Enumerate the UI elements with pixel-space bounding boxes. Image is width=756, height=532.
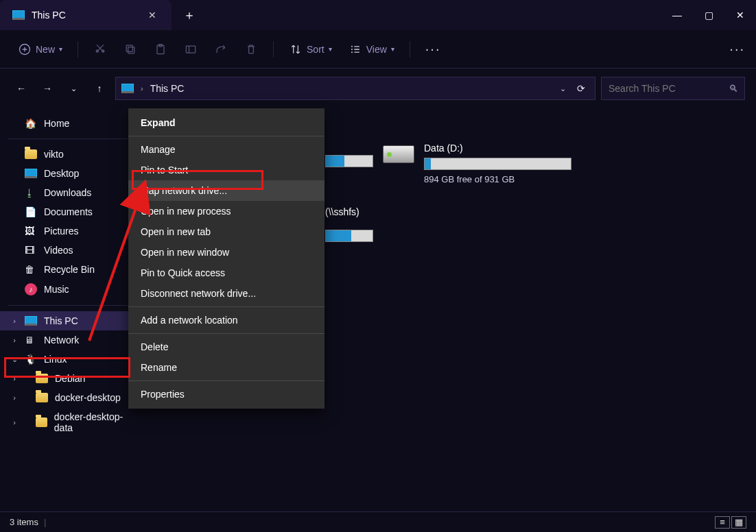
tiles-view-button[interactable]: ▦ xyxy=(731,516,746,529)
pc-icon xyxy=(121,84,134,93)
music-icon: ♪ xyxy=(25,283,37,295)
maximize-button[interactable]: ▢ xyxy=(693,0,724,30)
ctx-open-new-process[interactable]: Open in new process xyxy=(128,201,324,221)
close-window-button[interactable]: ✕ xyxy=(724,0,756,30)
sidebar-item-recycle[interactable]: 🗑 Recycle Bin xyxy=(0,260,143,279)
sidebar-item-vikto[interactable]: vikto xyxy=(0,145,143,164)
view-label: View xyxy=(366,44,387,55)
chevron-right-icon[interactable]: › xyxy=(10,418,19,426)
sort-icon xyxy=(289,43,303,56)
pc-icon xyxy=(25,316,37,326)
pictures-icon: 🖼 xyxy=(25,226,37,237)
copy-button[interactable] xyxy=(117,38,144,60)
ctx-open-new-window[interactable]: Open in new window xyxy=(128,242,324,263)
sidebar: 🏠 Home vikto Desktop ⭳ Downloads 📄 Docum… xyxy=(0,108,143,511)
address-bar[interactable]: › This PC ⌄ ⟳ xyxy=(115,77,595,100)
paste-button[interactable] xyxy=(147,38,174,60)
item-count: 3 items xyxy=(10,517,38,527)
capacity-bar xyxy=(325,230,373,242)
ctx-add-network-location[interactable]: Add a network location xyxy=(128,310,324,330)
tab-close-button[interactable]: ✕ xyxy=(143,7,162,23)
new-button[interactable]: New ▾ xyxy=(11,38,69,60)
svg-rect-1 xyxy=(128,47,134,53)
separator xyxy=(128,306,324,307)
separator: | xyxy=(44,517,46,527)
chevron-right-icon[interactable]: › xyxy=(10,336,19,344)
download-icon: ⭳ xyxy=(25,187,37,198)
sort-button[interactable]: Sort ▾ xyxy=(282,38,339,60)
up-button[interactable]: ↑ xyxy=(89,78,110,99)
folder-icon xyxy=(25,149,37,159)
new-tab-button[interactable]: ＋ xyxy=(174,0,204,30)
refresh-button[interactable]: ⟳ xyxy=(573,83,589,94)
capacity-used xyxy=(326,230,351,241)
toolbar: New ▾ Sort ▾ View ▾ ··· ··· xyxy=(0,30,756,69)
sidebar-item-docker-desktop-data[interactable]: › docker-desktop-data xyxy=(0,407,143,437)
ctx-disconnect-drive[interactable]: Disconnect network drive... xyxy=(128,283,324,304)
more-button-right[interactable]: ··· xyxy=(729,41,745,57)
search-icon: 🔍︎ xyxy=(729,83,738,94)
sidebar-item-label: Downloads xyxy=(44,187,91,198)
capacity-bar xyxy=(424,158,571,170)
navigation-row: ← → ⌄ ↑ › This PC ⌄ ⟳ 🔍︎ xyxy=(0,69,756,108)
folder-icon xyxy=(36,393,48,402)
home-icon: 🏠 xyxy=(25,118,37,129)
drive-d[interactable]: Data (D:) 894 GB free of 931 GB xyxy=(383,143,571,184)
cut-button[interactable] xyxy=(86,38,114,60)
drive-c-partial[interactable] xyxy=(325,155,373,167)
view-button[interactable]: View ▾ xyxy=(342,38,401,60)
ctx-properties[interactable]: Properties xyxy=(128,384,324,404)
videos-icon: 🎞 xyxy=(25,245,37,256)
separator xyxy=(78,41,78,58)
ctx-expand[interactable]: Expand xyxy=(128,112,324,133)
details-view-button[interactable]: ≡ xyxy=(715,516,730,529)
sidebar-item-network[interactable]: › 🖥 Network xyxy=(0,330,143,350)
sidebar-item-home[interactable]: 🏠 Home xyxy=(0,114,143,133)
sidebar-item-label: docker-desktop xyxy=(55,392,121,403)
ctx-manage[interactable]: Manage xyxy=(128,139,324,160)
ctx-open-new-tab[interactable]: Open in new tab xyxy=(128,221,324,242)
ctx-pin-quick-access[interactable]: Pin to Quick access xyxy=(128,263,324,283)
capacity-used xyxy=(425,158,431,169)
chevron-down-icon[interactable]: ⌄ xyxy=(560,84,566,93)
separator xyxy=(128,136,324,136)
chevron-right-icon[interactable]: › xyxy=(10,394,19,402)
svg-point-8 xyxy=(351,51,353,53)
sidebar-item-pictures[interactable]: 🖼 Pictures xyxy=(0,221,143,241)
drive-name: Data (D:) xyxy=(424,143,571,154)
sidebar-item-this-pc[interactable]: › This PC xyxy=(0,311,143,330)
minimize-button[interactable]: — xyxy=(661,0,693,30)
sidebar-item-label: Desktop xyxy=(44,168,79,179)
sidebar-item-desktop[interactable]: Desktop xyxy=(0,164,143,183)
ctx-delete[interactable]: Delete xyxy=(128,337,324,357)
separator xyxy=(273,41,274,58)
more-button-left[interactable]: ··· xyxy=(418,37,448,61)
sidebar-item-label: Network xyxy=(44,335,79,346)
title-bar: This PC ✕ ＋ — ▢ ✕ xyxy=(0,0,756,30)
sidebar-item-downloads[interactable]: ⭳ Downloads xyxy=(0,183,143,202)
svg-point-6 xyxy=(351,45,353,47)
search-box[interactable]: 🔍︎ xyxy=(601,77,745,100)
delete-button[interactable] xyxy=(237,38,265,60)
cut-icon xyxy=(93,43,107,56)
sidebar-item-label: Documents xyxy=(44,206,93,217)
view-icon xyxy=(349,43,362,56)
share-button[interactable] xyxy=(207,38,235,60)
separator xyxy=(8,305,134,306)
tab-this-pc[interactable]: This PC ✕ xyxy=(0,0,172,30)
ctx-rename[interactable]: Rename xyxy=(128,357,324,378)
sidebar-item-music[interactable]: ♪ Music xyxy=(0,279,143,300)
forward-button[interactable]: → xyxy=(37,78,58,99)
sidebar-item-documents[interactable]: 📄 Documents xyxy=(0,202,143,221)
rename-button[interactable] xyxy=(177,38,204,60)
recent-button[interactable]: ⌄ xyxy=(63,78,84,99)
sidebar-item-docker-desktop[interactable]: › docker-desktop xyxy=(0,388,143,407)
drive-sshfs-partial[interactable]: (\\sshfs) xyxy=(325,206,373,242)
sidebar-item-videos[interactable]: 🎞 Videos xyxy=(0,241,143,260)
search-input[interactable] xyxy=(609,83,729,94)
chevron-down-icon: ▾ xyxy=(329,45,332,53)
back-button[interactable]: ← xyxy=(11,78,32,99)
chevron-down-icon: ▾ xyxy=(391,45,394,53)
trash-icon xyxy=(244,43,258,56)
chevron-right-icon[interactable]: › xyxy=(10,317,19,325)
